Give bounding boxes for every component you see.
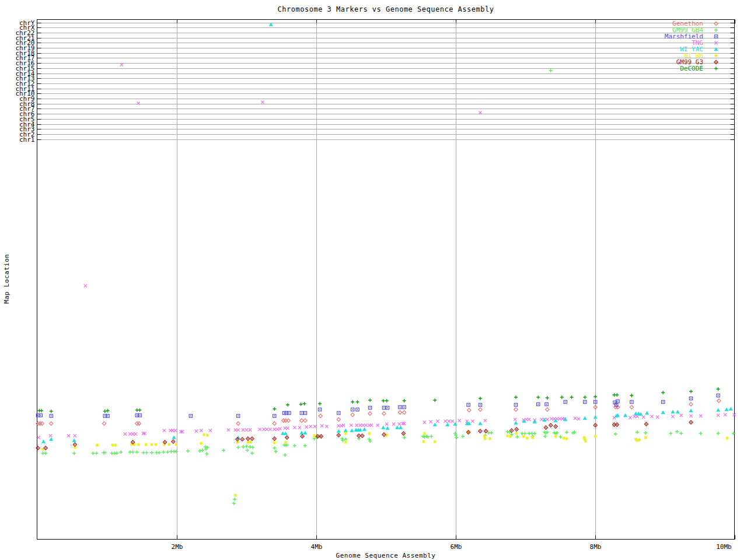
data-point-gm99-gb4: [233, 498, 236, 501]
data-point-wi-rh: [423, 432, 426, 435]
data-point-genethon: [689, 402, 693, 406]
data-point-decode: [536, 396, 540, 399]
data-point-wi-rh: [167, 443, 171, 446]
data-point-tng: [484, 419, 487, 422]
data-point-marshfield: [301, 412, 302, 414]
data-point-tng: [398, 422, 401, 425]
data-point-gm99-g3: [247, 438, 249, 439]
data-point-gm99-gb4: [340, 437, 344, 440]
data-point-marshfield: [51, 415, 52, 416]
data-point-genethon: [368, 412, 372, 415]
data-point-decode: [570, 396, 574, 399]
data-point-genethon: [337, 418, 340, 421]
data-point-gm99-gb4: [95, 452, 98, 455]
data-point-tng: [298, 426, 301, 429]
data-point-genethon: [514, 408, 518, 411]
data-point-wi-rh: [422, 440, 425, 443]
data-point-wi-rh: [284, 440, 287, 444]
data-point-wi-yac: [689, 409, 693, 412]
data-point-decode: [303, 402, 306, 405]
legend-swatch: [714, 67, 718, 71]
data-point-marshfield: [37, 415, 39, 416]
data-point-decode: [103, 410, 107, 413]
data-point-wi-rh: [554, 435, 557, 438]
data-point-tng: [266, 428, 268, 430]
data-point-tng: [195, 429, 198, 432]
data-point-tng: [699, 414, 702, 417]
data-point-gm99-gb4: [368, 439, 372, 443]
data-point-tng: [423, 421, 426, 424]
data-point-gm99-gb4: [274, 450, 278, 453]
data-point-wi-rh: [725, 436, 729, 440]
data-point-tng: [325, 425, 328, 428]
data-point-gm99-g3: [486, 430, 487, 432]
data-point-tng: [444, 419, 447, 422]
data-point-gm99-gb4: [201, 449, 204, 452]
data-point-gm99-g3: [383, 434, 385, 435]
data-point-tng: [237, 428, 240, 431]
data-point-wi-yac: [72, 439, 76, 442]
data-point-gm99-gb4: [454, 433, 458, 437]
data-point-genethon: [236, 422, 240, 425]
data-point-wi-yac: [395, 426, 399, 429]
data-point-gm99-gb4: [250, 452, 254, 455]
data-point-decode: [50, 410, 53, 413]
data-point-gm99-g3: [274, 438, 275, 439]
data-point-gm99-g3: [165, 442, 166, 443]
data-point-gm99-g3: [516, 429, 517, 430]
data-point-wi-yac: [381, 426, 385, 429]
data-point-genethon: [382, 412, 386, 415]
data-point-wi-rh: [433, 440, 437, 443]
data-point-tng: [574, 416, 577, 419]
data-point-wi-rh: [114, 443, 117, 447]
data-point-genethon: [319, 414, 322, 418]
data-point-gm99-gb4: [44, 452, 47, 455]
data-point-gm99-gb4: [283, 453, 287, 457]
data-point-wi-yac: [661, 411, 665, 414]
data-point-tng: [171, 429, 174, 432]
data-point-gm99-gb4: [273, 446, 276, 450]
data-point-decode: [615, 393, 619, 397]
data-point-wi-yac: [478, 422, 482, 425]
y-tick-label: chr1: [19, 136, 35, 144]
data-point-wi-rh: [368, 432, 371, 435]
data-point-tng: [350, 424, 352, 426]
data-point-wi-rh: [522, 435, 525, 438]
data-point-wi-yac: [350, 429, 354, 432]
data-point-marshfield: [383, 407, 385, 408]
data-point-wi-yac: [399, 426, 403, 429]
data-point-decode: [403, 399, 406, 402]
data-point-tng: [558, 417, 561, 420]
data-point-decode: [630, 394, 633, 397]
data-point-tng: [458, 419, 460, 422]
data-point-gm99-g3: [646, 424, 647, 425]
data-point-decode: [560, 396, 564, 399]
x-tick-label: 2Mb: [172, 543, 183, 551]
data-point-marshfield: [404, 407, 405, 408]
data-point-gm99-g3: [358, 435, 359, 436]
data-point-wi-rh: [344, 440, 347, 444]
data-point-gm99-g3: [317, 436, 319, 437]
data-point-gm99-g3: [403, 433, 404, 434]
legend-swatch: [715, 62, 717, 63]
data-point-marshfield: [617, 401, 619, 402]
data-point-gm99-gb4: [675, 430, 679, 433]
data-point-gm99-gb4: [453, 432, 457, 435]
data-point-tng: [370, 424, 373, 426]
data-point-wi-yac: [514, 421, 518, 425]
data-point-gm99-gb4: [717, 432, 720, 435]
data-point-gm99-g3: [237, 439, 238, 440]
data-point-decode: [382, 399, 385, 402]
data-point-tng: [540, 418, 543, 421]
data-point-genethon: [50, 422, 53, 425]
data-point-tng: [234, 428, 237, 431]
data-point-tng: [293, 426, 296, 429]
data-point-wi-rh: [562, 436, 566, 440]
data-point-tng: [128, 432, 131, 435]
x-tick-label: 6Mb: [451, 543, 462, 551]
x-tick-label: 10Mb: [716, 543, 732, 551]
data-point-tng: [528, 418, 530, 421]
data-point-marshfield: [104, 415, 106, 416]
data-point-gm99-gb4: [115, 452, 118, 455]
data-point-tng: [337, 424, 340, 427]
